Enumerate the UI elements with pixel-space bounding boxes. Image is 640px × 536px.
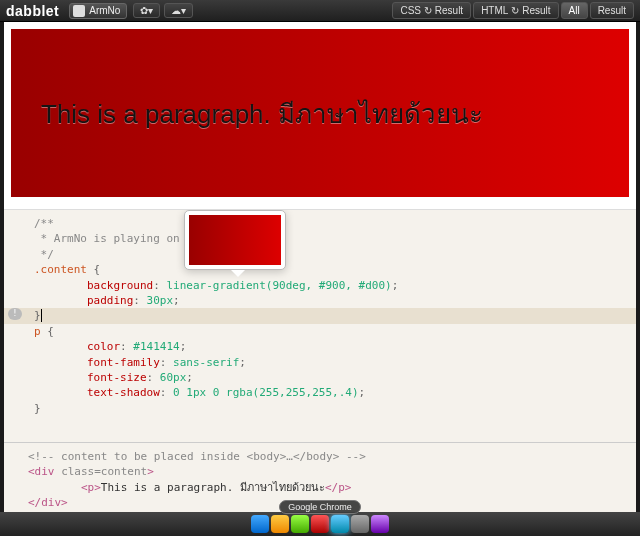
tab-css-result[interactable]: CSS↻ Result [392, 2, 471, 19]
refresh-icon: ↻ [511, 5, 519, 16]
rendered-paragraph: This is a paragraph. มีภาษาไทยด้วยนะ [41, 93, 483, 134]
text-cursor [41, 309, 42, 322]
caret-down-icon: ▾ [181, 5, 186, 16]
dock-app-icon[interactable] [291, 515, 309, 533]
top-toolbar: dabblet ArmNo ✿ ▾ ☁ ▾ CSS↻ Result HTML↻ … [0, 0, 640, 22]
tab-html-result[interactable]: HTML↻ Result [473, 2, 558, 19]
app-logo: dabblet [6, 3, 59, 19]
current-line: !} [4, 308, 636, 323]
user-avatar-icon [73, 5, 85, 17]
settings-button[interactable]: ✿ ▾ [133, 3, 160, 18]
error-marker-icon[interactable]: ! [8, 308, 22, 320]
dock-app-icon[interactable] [271, 515, 289, 533]
refresh-icon: ↻ [424, 5, 432, 16]
cloud-button[interactable]: ☁ ▾ [164, 3, 193, 18]
dock-tooltip: Google Chrome [279, 500, 361, 514]
rendered-content: This is a paragraph. มีภาษาไทยด้วยนะ [11, 29, 629, 197]
gear-icon: ✿ [140, 5, 148, 16]
main-area: This is a paragraph. มีภาษาไทยด้วยนะ /**… [4, 22, 636, 512]
gradient-preview-popover [184, 210, 286, 270]
gradient-swatch [189, 215, 281, 265]
css-editor[interactable]: /** * ArmNo is playing on dabb */ .conte… [4, 209, 636, 442]
username-label: ArmNo [89, 5, 120, 16]
macos-dock: Google Chrome [0, 512, 640, 536]
dock-app-icon[interactable] [351, 515, 369, 533]
tab-all[interactable]: All [561, 2, 588, 19]
dock-icons [251, 515, 389, 533]
dock-chrome-icon[interactable] [331, 515, 349, 533]
dock-app-icon[interactable] [371, 515, 389, 533]
dock-app-icon[interactable] [311, 515, 329, 533]
dock-app-icon[interactable] [251, 515, 269, 533]
cloud-icon: ☁ [171, 5, 181, 16]
caret-down-icon: ▾ [148, 5, 153, 16]
user-badge[interactable]: ArmNo [69, 3, 127, 19]
result-pane: This is a paragraph. มีภาษาไทยด้วยนะ [4, 22, 636, 209]
view-tabs: CSS↻ Result HTML↻ Result All Result [392, 2, 634, 19]
tab-result[interactable]: Result [590, 2, 634, 19]
